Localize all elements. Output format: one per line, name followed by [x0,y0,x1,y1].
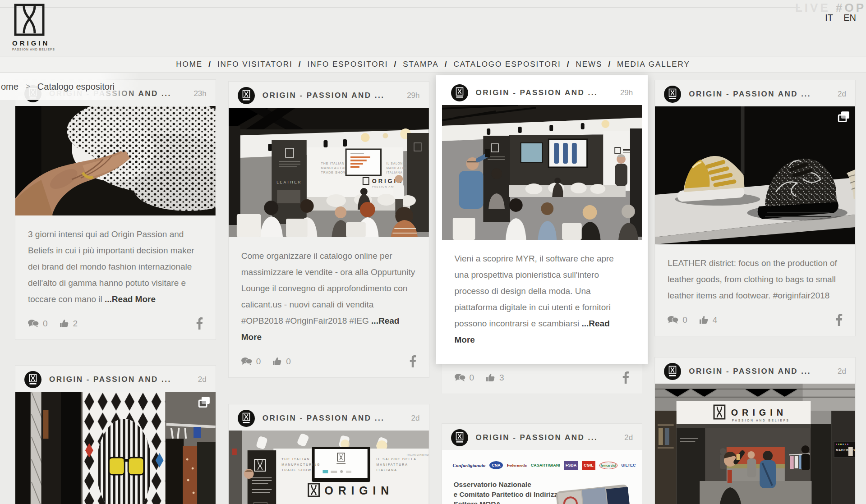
facebook-icon[interactable] [622,371,629,384]
read-more-link[interactable]: ...Read More [105,294,156,304]
logo-tagline: PASSION AND BELIEFS [12,48,46,51]
feed-card[interactable]: ORIGIN - PASSION AND ... 29h [228,81,429,378]
origin-logo[interactable]: ORIGIN PASSION AND BELIEFS [12,4,46,51]
nav-separator: / [299,60,302,69]
card-text: 3 giorni intensi qui ad Origin Passion a… [28,226,203,307]
wall-caption: ITALIANA [386,171,402,174]
feed-grid: ORIGIN - PASSION AND ... 23h [15,73,856,504]
card-author: ORIGIN - PASSION AND ... [689,90,833,99]
card-time: 29h [407,91,419,100]
origin-avatar-icon [451,84,468,101]
origin-avatar-icon [238,410,255,427]
lang-it-link[interactable]: IT [825,13,833,23]
origin-avatar-icon [24,371,41,388]
photo-fair-entrance[interactable]: ORIGIN PASSION AND BELIEFS [655,384,855,504]
comment-count: 0 [455,373,474,383]
card-author: ORIGIN - PASSION AND ... [49,375,193,384]
album-stack-icon [198,396,210,408]
femca-cisl-logo: femca cisl [599,462,617,469]
nav-stampa[interactable]: STAMPA [403,60,438,69]
origin-avatar-icon [238,87,255,104]
card-footer: 0 0 [229,355,429,377]
card-author: ORIGIN - PASSION AND ... [689,367,833,376]
like-count-value: 2 [73,319,78,329]
card-footer: 0 3 [442,364,642,394]
main-navigation: HOME / INFO VISITATORI / INFO ESPOSITORI… [0,56,866,73]
facebook-icon[interactable] [196,317,203,330]
nav-home[interactable]: HOME [176,60,203,69]
photo-booth-screen[interactable]: THE ITALIAN MANUFACTURING TRADE SHOW IL … [229,431,429,504]
booth-caption: MANUFACTURING [281,463,320,466]
photo-conference-myr[interactable] [442,105,642,240]
thumbs-up-icon [60,319,69,328]
photo-harlequin-fabric[interactable] [15,392,216,504]
language-switch: IT EN [817,13,856,23]
like-count-value: 4 [713,315,718,325]
lang-en-link[interactable]: EN [843,13,856,23]
booth-corner-caption: ITALIAN EXHIBITION GROUP [407,454,429,456]
card-time: 23h [193,89,206,98]
facebook-icon[interactable] [836,314,843,326]
card-header: ORIGIN - PASSION AND ... 2d [655,80,855,106]
booth-caption: TRADE SHOW [281,468,312,472]
feed-card[interactable]: ORIGIN - PASSION AND ... 2d [654,357,856,504]
card-footer: 0 2 [15,317,216,339]
confartigianato-logo: Confartigianato [453,463,486,468]
photo-conference-audience[interactable]: THE ITALIAN MANUFACTURING TRADE SHOW ORI… [229,108,429,237]
entrance-sign-tagline: PASSION AND BELIEFS [732,419,790,422]
card-header: ORIGIN - PASSION AND ... 2d [655,357,855,384]
site-header: LIVE #OP IT EN ORIGIN PASSION AND BELIEF… [0,0,866,56]
feed-card[interactable]: ORIGIN - PASSION AND ... 2d Confartigian… [442,423,643,504]
comment-count-value: 0 [682,315,687,325]
booth-caption: MANIFATTURA [376,463,408,466]
nav-media-gallery[interactable]: MEDIA GALLERY [617,60,690,69]
card-author: ORIGIN - PASSION AND ... [263,414,407,423]
nav-catalogo-espositori[interactable]: CATALOGO ESPOSITORI [453,60,561,69]
cna-logo: CNA [489,461,503,469]
nav-info-visitatori[interactable]: INFO VISITATORI [217,60,293,69]
card-time: 2d [838,367,846,376]
photo-sneakers[interactable] [655,106,855,244]
like-count: 3 [486,373,504,383]
feed-card-active[interactable]: ORIGIN - PASSION AND ... 29h [442,78,643,394]
card-author: ORIGIN - PASSION AND ... [476,433,620,442]
thumbs-up-icon [272,357,282,366]
card-header: ORIGIN - PASSION AND ... 2d [229,404,429,431]
feed-card[interactable]: ORIGIN - PASSION AND ... 2d [15,365,216,504]
feed-card[interactable]: ORIGIN - PASSION AND ... 2d [654,80,856,336]
card-time: 2d [198,375,207,384]
comment-count-value: 0 [43,319,48,329]
photo-etichetta-flyer[interactable]: Confartigianato CNA Federmoda CASARTIGIA… [442,450,642,504]
comment-icon [241,357,252,366]
comment-count-value: 0 [470,373,474,383]
card-author: ORIGIN - PASSION AND ... [476,88,616,97]
card-time: 2d [838,90,846,99]
origin-avatar-icon [664,86,681,103]
nav-info-espositori[interactable]: INFO ESPOSITORI [308,60,388,69]
card-author: ORIGIN - PASSION AND ... [263,91,402,100]
card-header: ORIGIN - PASSION AND ... 2d [442,424,642,450]
comment-count: 0 [28,319,48,329]
feed-card[interactable]: ORIGIN - PASSION AND ... 23h [15,79,216,340]
federmoda-logo: Federmoda [507,463,527,467]
flyer-heading: Osservatorio Nazionale e Comitato Parite… [454,480,562,504]
feed-card[interactable]: ORIGIN - PASSION AND ... 2d [228,404,429,504]
comment-count-value: 0 [256,357,261,367]
breadcrumb-home-link[interactable]: ome [1,82,18,92]
wall-caption: THE ITALIAN [321,162,344,165]
like-count-value: 3 [499,373,504,383]
header-divider-line [0,7,800,8]
breadcrumb-current: Catalogo espositori [37,82,115,92]
photo-lace-fabric[interactable] [15,106,216,215]
patchwork-pouf [553,476,638,504]
entrance-sign-brand: ORIGIN [731,408,787,417]
nav-separator: / [445,60,448,69]
facebook-icon[interactable] [410,355,416,367]
fsba-logo: FSBA [564,461,578,470]
like-count: 2 [60,319,78,329]
card-time: 29h [620,88,633,97]
comment-icon [28,319,39,328]
booth-caption: ITALIANA [376,468,397,472]
card-header: ORIGIN - PASSION AND ... 29h [442,79,642,105]
nav-news[interactable]: NEWS [576,60,602,69]
